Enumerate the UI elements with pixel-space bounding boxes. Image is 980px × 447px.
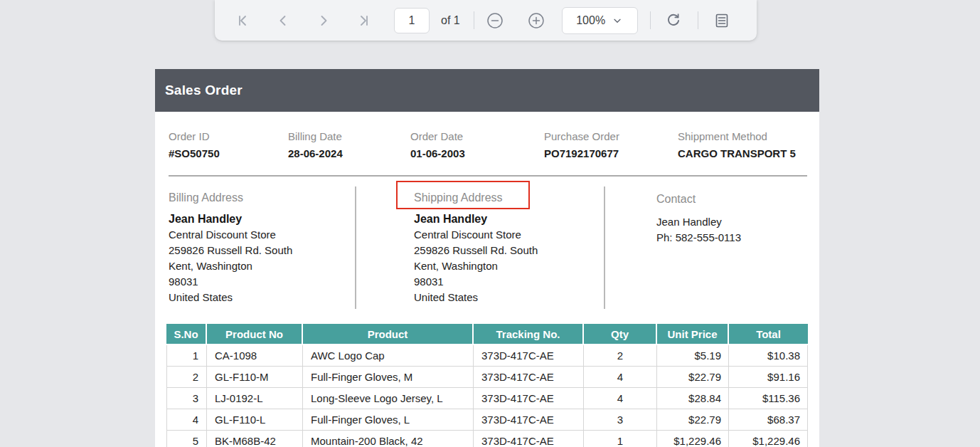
viewer-toolbar: of 1 100%	[215, 0, 757, 41]
address-line: Central Discount Store	[414, 227, 538, 243]
shipping-address-block: Shipping Address Jean Handley Central Di…	[414, 191, 538, 305]
table-cell: $22.79	[657, 409, 729, 431]
table-row: 3LJ-0192-LLong-Sleeve Logo Jersey, L373D…	[166, 388, 808, 409]
next-page-button[interactable]	[314, 11, 333, 30]
chevron-right-icon	[315, 12, 332, 29]
chevron-left-icon	[275, 12, 292, 29]
order-field: Order ID#SO50750	[169, 130, 220, 159]
address-line: United States	[169, 290, 292, 305]
table-row: 2GL-F110-MFull-Finger Gloves, M373D-417C…	[166, 367, 808, 388]
zoom-in-button[interactable]	[527, 11, 545, 30]
table-cell: 373D-417C-AE	[474, 367, 584, 388]
table-row: 5BK-M68B-42Mountain-200 Black, 42373D-41…	[166, 431, 808, 447]
shipping-address-label: Shipping Address	[414, 191, 538, 205]
field-label: Purchase Order	[544, 130, 619, 142]
address-line: Kent, Washington	[169, 258, 292, 274]
address-line: 98031	[414, 274, 538, 290]
address-divider	[604, 186, 605, 309]
address-line: Ph: 582-555-0113	[656, 230, 741, 246]
table-cell: LJ-0192-L	[207, 388, 303, 409]
table-cell: 373D-417C-AE	[474, 431, 584, 447]
table-cell: Full-Finger Gloves, M	[303, 367, 474, 388]
shipping-address-name: Jean Handley	[414, 211, 538, 227]
minus-circle-icon	[486, 12, 504, 29]
field-value: #SO50750	[169, 147, 220, 159]
address-line: Jean Handley	[656, 214, 741, 230]
order-field: Purchase OrderPO7192170677	[544, 130, 619, 159]
order-field: Order Date01-06-2003	[410, 130, 465, 159]
chevron-down-icon	[612, 15, 623, 26]
table-cell: 373D-417C-AE	[474, 409, 584, 431]
field-label: Order Date	[410, 130, 465, 142]
table-cell: 1	[166, 345, 207, 367]
last-page-button[interactable]	[355, 11, 373, 30]
toolbar-separator	[650, 11, 651, 29]
table-cell: $91.16	[729, 367, 808, 388]
table-cell: Mountain-200 Black, 42	[303, 431, 474, 447]
table-cell: Long-Sleeve Logo Jersey, L	[303, 388, 474, 409]
table-cell: GL-F110-M	[207, 367, 303, 388]
first-page-button[interactable]	[233, 11, 252, 30]
table-cell: 1	[584, 431, 657, 447]
table-cell: BK-M68B-42	[207, 431, 303, 447]
billing-address-name: Jean Handley	[169, 211, 292, 227]
field-label: Order ID	[169, 130, 220, 142]
address-line: 259826 Russell Rd. South	[169, 243, 292, 258]
field-value: CARGO TRANSPORT 5	[678, 147, 796, 159]
address-line: 98031	[169, 274, 292, 290]
table-cell: $1,229.46	[657, 431, 729, 447]
field-label: Shippment Method	[678, 130, 796, 142]
table-cell: 4	[584, 388, 657, 409]
items-table-header-row: S.NoProduct NoProductTracking No.QtyUnit…	[166, 324, 808, 345]
table-cell: $115.36	[729, 388, 808, 409]
table-cell: 373D-417C-AE	[474, 388, 584, 409]
first-page-icon	[234, 12, 251, 29]
address-line: United States	[414, 290, 538, 305]
zoom-level-dropdown[interactable]: 100%	[562, 7, 638, 34]
address-line: Kent, Washington	[414, 258, 538, 274]
table-cell: AWC Logo Cap	[303, 345, 474, 367]
table-cell: $10.38	[729, 345, 808, 367]
address-line: Central Discount Store	[169, 227, 292, 243]
page-count-label: of 1	[441, 14, 460, 27]
table-cell: $1,229.46	[729, 431, 808, 447]
order-field: Billing Date28-06-2024	[288, 130, 343, 159]
report-title-bar: Sales Order	[155, 69, 819, 112]
table-cell: GL-F110-L	[207, 409, 303, 431]
report-page: Sales Order Order ID#SO50750Billing Date…	[155, 69, 819, 447]
address-divider	[355, 186, 356, 309]
toolbar-separator	[474, 11, 474, 29]
billing-address-label: Billing Address	[169, 191, 292, 205]
section-divider	[169, 175, 807, 177]
items-table-body: 1CA-1098AWC Logo Cap373D-417C-AE2$5.19$1…	[166, 345, 808, 447]
refresh-button[interactable]	[664, 11, 683, 30]
field-label: Billing Date	[288, 130, 343, 142]
toolbar-separator	[698, 11, 698, 29]
table-cell: $28.84	[657, 388, 729, 409]
order-field: Shippment MethodCARGO TRANSPORT 5	[678, 130, 796, 159]
column-header: Unit Price	[657, 324, 729, 345]
contact-lines: Jean HandleyPh: 582-555-0113	[656, 214, 741, 246]
document-icon	[713, 12, 730, 29]
column-header: Total	[729, 324, 808, 345]
table-cell: $22.79	[657, 367, 729, 388]
previous-page-button[interactable]	[274, 11, 292, 30]
field-value: 28-06-2024	[288, 147, 343, 159]
field-value: PO7192170677	[544, 147, 619, 159]
billing-address-block: Billing Address Jean Handley Central Dis…	[169, 191, 292, 305]
zoom-out-button[interactable]	[486, 11, 504, 30]
table-cell: 4	[166, 409, 207, 431]
column-header: S.No	[166, 324, 207, 345]
shipping-address-lines: Central Discount Store259826 Russell Rd.…	[414, 227, 538, 305]
refresh-icon	[665, 12, 682, 29]
table-cell: Full-Finger Gloves, L	[303, 409, 474, 431]
field-value: 01-06-2003	[410, 147, 465, 159]
column-header: Qty	[584, 324, 657, 345]
items-table: S.NoProduct NoProductTracking No.QtyUnit…	[166, 324, 808, 447]
text-view-button[interactable]	[713, 11, 731, 30]
contact-label: Contact	[656, 192, 741, 206]
table-cell: 5	[166, 431, 207, 447]
table-cell: CA-1098	[207, 345, 303, 367]
page-number-input[interactable]	[394, 8, 430, 33]
order-fields: Order ID#SO50750Billing Date28-06-2024Or…	[155, 130, 819, 170]
